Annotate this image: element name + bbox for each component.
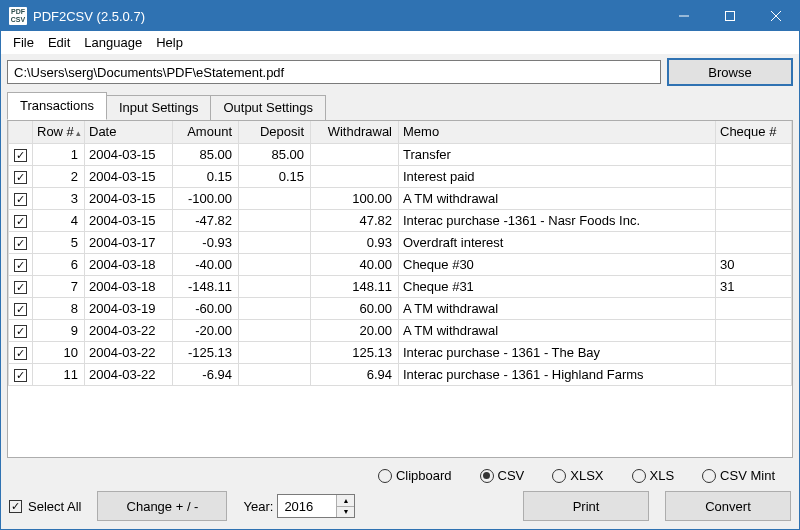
radio-xls[interactable]: XLS bbox=[632, 468, 675, 483]
table-row[interactable]: 52004-03-17-0.930.93Overdraft interest bbox=[9, 231, 792, 253]
cell-row: 4 bbox=[33, 209, 85, 231]
cell-withdrawal: 100.00 bbox=[311, 187, 399, 209]
cell-amount: -6.94 bbox=[173, 363, 239, 385]
spin-down-icon[interactable]: ▼ bbox=[337, 506, 354, 518]
check-icon bbox=[14, 259, 27, 272]
radio-clipboard[interactable]: Clipboard bbox=[378, 468, 452, 483]
cell-withdrawal: 60.00 bbox=[311, 297, 399, 319]
row-checkbox[interactable] bbox=[9, 165, 33, 187]
cell-memo: Interac purchase - 1361 - Highland Farms bbox=[399, 363, 716, 385]
row-checkbox[interactable] bbox=[9, 231, 33, 253]
cell-deposit bbox=[239, 363, 311, 385]
year-input[interactable] bbox=[278, 495, 336, 517]
col-date[interactable]: Date bbox=[85, 121, 173, 143]
col-amount[interactable]: Amount bbox=[173, 121, 239, 143]
check-icon bbox=[14, 369, 27, 382]
cell-row: 2 bbox=[33, 165, 85, 187]
transactions-grid[interactable]: Row # Date Amount Deposit Withdrawal Mem… bbox=[8, 121, 792, 457]
table-row[interactable]: 112004-03-22-6.946.94Interac purchase - … bbox=[9, 363, 792, 385]
cell-memo: Overdraft interest bbox=[399, 231, 716, 253]
col-row-number[interactable]: Row # bbox=[33, 121, 85, 143]
table-row[interactable]: 22004-03-150.150.15Interest paid bbox=[9, 165, 792, 187]
cell-date: 2004-03-18 bbox=[85, 275, 173, 297]
cell-deposit: 0.15 bbox=[239, 165, 311, 187]
table-row[interactable]: 12004-03-1585.0085.00Transfer bbox=[9, 143, 792, 165]
check-icon bbox=[14, 303, 27, 316]
check-icon bbox=[14, 281, 27, 294]
year-spinner[interactable]: ▲ ▼ bbox=[336, 495, 354, 517]
table-row[interactable]: 92004-03-22-20.0020.00A TM withdrawal bbox=[9, 319, 792, 341]
menu-edit[interactable]: Edit bbox=[42, 33, 76, 52]
tab-bar: Transactions Input Settings Output Setti… bbox=[1, 92, 799, 120]
print-button[interactable]: Print bbox=[523, 491, 649, 521]
year-field: Year: ▲ ▼ bbox=[243, 494, 355, 518]
row-checkbox[interactable] bbox=[9, 143, 33, 165]
minimize-button[interactable] bbox=[661, 1, 707, 31]
cell-deposit bbox=[239, 297, 311, 319]
radio-csv-mint[interactable]: CSV Mint bbox=[702, 468, 775, 483]
convert-button[interactable]: Convert bbox=[665, 491, 791, 521]
cell-row: 9 bbox=[33, 319, 85, 341]
table-row[interactable]: 32004-03-15-100.00100.00A TM withdrawal bbox=[9, 187, 792, 209]
tab-output-settings[interactable]: Output Settings bbox=[210, 95, 326, 121]
row-checkbox[interactable] bbox=[9, 187, 33, 209]
table-row[interactable]: 82004-03-19-60.0060.00A TM withdrawal bbox=[9, 297, 792, 319]
cell-row: 7 bbox=[33, 275, 85, 297]
cell-date: 2004-03-15 bbox=[85, 187, 173, 209]
table-row[interactable]: 72004-03-18-148.11148.11Cheque #3131 bbox=[9, 275, 792, 297]
file-path-input[interactable] bbox=[7, 60, 661, 84]
row-checkbox[interactable] bbox=[9, 341, 33, 363]
cell-date: 2004-03-15 bbox=[85, 143, 173, 165]
cell-deposit bbox=[239, 253, 311, 275]
cell-amount: -47.82 bbox=[173, 209, 239, 231]
col-deposit[interactable]: Deposit bbox=[239, 121, 311, 143]
row-checkbox[interactable] bbox=[9, 363, 33, 385]
cell-cheque bbox=[716, 341, 792, 363]
window-title: PDF2CSV (2.5.0.7) bbox=[33, 9, 145, 24]
cell-memo: Interest paid bbox=[399, 165, 716, 187]
tab-input-settings[interactable]: Input Settings bbox=[106, 95, 212, 121]
col-memo[interactable]: Memo bbox=[399, 121, 716, 143]
select-all-checkbox[interactable]: Select All bbox=[9, 499, 81, 514]
menu-language[interactable]: Language bbox=[78, 33, 148, 52]
cell-date: 2004-03-22 bbox=[85, 363, 173, 385]
cell-cheque bbox=[716, 319, 792, 341]
cell-memo: Cheque #31 bbox=[399, 275, 716, 297]
tab-transactions[interactable]: Transactions bbox=[7, 92, 107, 120]
tab-page-transactions: Row # Date Amount Deposit Withdrawal Mem… bbox=[7, 120, 793, 458]
row-checkbox[interactable] bbox=[9, 253, 33, 275]
col-check[interactable] bbox=[9, 121, 33, 143]
row-checkbox[interactable] bbox=[9, 319, 33, 341]
cell-withdrawal: 125.13 bbox=[311, 341, 399, 363]
row-checkbox[interactable] bbox=[9, 209, 33, 231]
check-icon bbox=[14, 149, 27, 162]
cell-amount: -20.00 bbox=[173, 319, 239, 341]
radio-csv[interactable]: CSV bbox=[480, 468, 525, 483]
check-icon bbox=[14, 325, 27, 338]
menu-help[interactable]: Help bbox=[150, 33, 189, 52]
row-checkbox[interactable] bbox=[9, 297, 33, 319]
cell-amount: -60.00 bbox=[173, 297, 239, 319]
table-row[interactable]: 42004-03-15-47.8247.82Interac purchase -… bbox=[9, 209, 792, 231]
table-row[interactable]: 102004-03-22-125.13125.13Interac purchas… bbox=[9, 341, 792, 363]
cell-withdrawal: 6.94 bbox=[311, 363, 399, 385]
radio-xlsx[interactable]: XLSX bbox=[552, 468, 603, 483]
menu-file[interactable]: File bbox=[7, 33, 40, 52]
change-sign-button[interactable]: Change + / - bbox=[97, 491, 227, 521]
maximize-button[interactable] bbox=[707, 1, 753, 31]
col-withdrawal[interactable]: Withdrawal bbox=[311, 121, 399, 143]
cell-deposit: 85.00 bbox=[239, 143, 311, 165]
col-cheque[interactable]: Cheque # bbox=[716, 121, 792, 143]
row-checkbox[interactable] bbox=[9, 275, 33, 297]
cell-memo: Transfer bbox=[399, 143, 716, 165]
browse-button[interactable]: Browse bbox=[667, 58, 793, 86]
output-format-row: Clipboard CSV XLSX XLS CSV Mint bbox=[1, 464, 799, 487]
close-button[interactable] bbox=[753, 1, 799, 31]
cell-memo: A TM withdrawal bbox=[399, 297, 716, 319]
cell-row: 10 bbox=[33, 341, 85, 363]
spin-up-icon[interactable]: ▲ bbox=[337, 495, 354, 506]
table-row[interactable]: 62004-03-18-40.0040.00Cheque #3030 bbox=[9, 253, 792, 275]
cell-cheque bbox=[716, 231, 792, 253]
check-icon bbox=[14, 347, 27, 360]
action-bar: Select All Change + / - Year: ▲ ▼ Print … bbox=[1, 487, 799, 529]
